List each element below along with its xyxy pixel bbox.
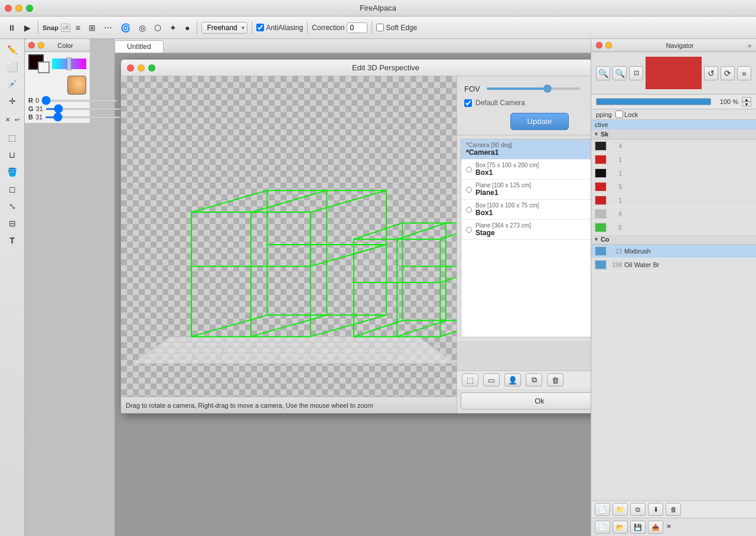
- move-tool-button[interactable]: ✛: [4, 93, 21, 109]
- add-cube-button[interactable]: ⬚: [462, 373, 478, 386]
- opacity-slider[interactable]: [596, 98, 711, 105]
- nav-close[interactable]: [596, 42, 602, 48]
- fill-tool-button[interactable]: 🪣: [4, 164, 21, 180]
- nav-expand[interactable]: »: [737, 66, 751, 80]
- delete-button[interactable]: 🗑: [547, 373, 563, 386]
- tool-dot-button[interactable]: ●: [182, 21, 193, 34]
- layer-oil[interactable]: 198 Oil Water Br: [591, 258, 756, 272]
- import-layer-button[interactable]: ⬇: [648, 503, 663, 516]
- select-tool-button[interactable]: ⬚: [4, 129, 21, 146]
- opacity-down[interactable]: ▼: [742, 102, 751, 106]
- b-slider[interactable]: [45, 116, 121, 118]
- fov-slider-thumb[interactable]: [543, 85, 552, 93]
- plane1-radio[interactable]: [466, 187, 472, 193]
- close-small-btn[interactable]: ✕: [4, 111, 12, 128]
- object-item-stage[interactable]: Plane [364 x 273 cm] Stage: [461, 220, 591, 240]
- color-gradient-bar[interactable]: [52, 59, 86, 69]
- freehand-select-wrapper[interactable]: Freehand: [201, 22, 247, 34]
- color-section-header[interactable]: ▼ Co: [591, 235, 756, 245]
- nav-rotate-left[interactable]: ↺: [704, 66, 718, 80]
- color-panel-traffic[interactable]: [28, 42, 44, 48]
- background-swatch[interactable]: [38, 61, 50, 73]
- object-item-box1[interactable]: Box [75 x 100 x 200 cm] Box1: [461, 160, 591, 180]
- tool-circle-button[interactable]: ◎: [136, 21, 149, 34]
- maximize-button[interactable]: [26, 5, 33, 12]
- eyedropper-button[interactable]: 💉: [4, 76, 21, 92]
- add-plane-button[interactable]: ▭: [483, 373, 500, 386]
- nav-minimize[interactable]: [605, 42, 612, 48]
- close-button[interactable]: [5, 5, 12, 12]
- tool-swirl-button[interactable]: 🌀: [118, 21, 133, 34]
- crop-tool-button[interactable]: ⊟: [4, 215, 21, 232]
- dialog-maximize-btn[interactable]: [148, 64, 155, 72]
- tool-lines-button[interactable]: ≡: [73, 21, 83, 34]
- tool-h-lines-button[interactable]: ⋯: [101, 21, 115, 34]
- layer-6-gray[interactable]: 6: [591, 207, 756, 221]
- add-camera-button[interactable]: 👤: [504, 373, 521, 386]
- tool-perspective-button[interactable]: ⬡: [151, 21, 164, 34]
- shape-tool-button[interactable]: ◻: [4, 181, 21, 197]
- eraser-tool-button[interactable]: ⬜: [4, 59, 21, 75]
- expand-icon[interactable]: »: [748, 42, 751, 49]
- object-item-box2[interactable]: Box [100 x 100 x 75 cm] Box1: [461, 200, 591, 220]
- new-layer-button[interactable]: 📄: [595, 503, 610, 516]
- bottom-export[interactable]: 📤: [648, 521, 663, 534]
- soft-edge-checkbox-label[interactable]: Soft Edge: [376, 24, 417, 32]
- tool-grid-button[interactable]: ⊞: [86, 21, 99, 34]
- more-btn[interactable]: »: [666, 521, 672, 534]
- dialog-close-btn[interactable]: [127, 64, 134, 72]
- sketch-section-header[interactable]: ▼ Sk: [591, 129, 756, 139]
- minimize-button[interactable]: [15, 5, 22, 12]
- bottom-open[interactable]: 📂: [612, 521, 628, 534]
- g-slider[interactable]: [45, 108, 122, 110]
- update-button[interactable]: Update: [510, 113, 569, 130]
- dialog-minimize-btn[interactable]: [138, 64, 145, 72]
- layer-4-black[interactable]: 4: [591, 139, 756, 153]
- bottom-save[interactable]: 💾: [630, 521, 646, 534]
- default-camera-checkbox[interactable]: [464, 99, 472, 107]
- layer-1-red[interactable]: 1: [591, 153, 756, 167]
- freehand-select[interactable]: Freehand: [201, 22, 247, 34]
- box2-radio[interactable]: [466, 207, 472, 213]
- zoom-out-button[interactable]: 🔍: [612, 66, 627, 80]
- nav-traffic[interactable]: [596, 42, 612, 48]
- ok-button[interactable]: Ok: [461, 392, 591, 410]
- duplicate-button[interactable]: ⧉: [526, 373, 542, 386]
- zoom-fit-button[interactable]: ⊡: [629, 66, 643, 80]
- layer-5-red[interactable]: 5: [591, 180, 756, 194]
- layer-mixbrush[interactable]: 13 Mixbrush: [591, 245, 756, 258]
- tool-cross-button[interactable]: ✦: [167, 21, 180, 34]
- object-item-camera[interactable]: *Camera [90 deg] *Camera1: [461, 139, 591, 160]
- gradient-thumb[interactable]: [67, 57, 71, 70]
- delete-layer-button[interactable]: 🗑: [666, 503, 681, 516]
- opacity-up[interactable]: ▲: [742, 97, 751, 102]
- text-tool-button[interactable]: T: [4, 232, 21, 249]
- lock-label[interactable]: Lock: [615, 111, 638, 118]
- fov-slider-container[interactable]: [487, 83, 581, 94]
- dialog-traffic-lights[interactable]: [127, 64, 155, 72]
- object-item-plane1[interactable]: Plane [100 x 125 cm] Plane1: [461, 180, 591, 200]
- transform-tool-button[interactable]: ⤡: [4, 198, 21, 215]
- anti-aliasing-checkbox[interactable]: [256, 24, 264, 31]
- lasso-tool-button[interactable]: ⊔: [4, 147, 21, 163]
- anti-aliasing-checkbox-label[interactable]: AntiAliasing: [256, 24, 303, 32]
- traffic-lights[interactable]: [5, 5, 33, 12]
- layer-s-green[interactable]: S: [591, 221, 756, 235]
- bottom-new-doc[interactable]: 📄: [595, 521, 610, 534]
- document-tab-untitled[interactable]: Untitled: [115, 40, 164, 53]
- undo-small-btn[interactable]: ↩: [13, 111, 21, 128]
- zoom-in-button[interactable]: 🔍: [596, 66, 610, 80]
- wireframe-viewport[interactable]: Drag to rotate a camera, Right-drag to m…: [121, 76, 457, 413]
- box1-radio[interactable]: [466, 167, 472, 173]
- r-slider[interactable]: [41, 100, 118, 102]
- nav-rotate-right[interactable]: ⟳: [721, 66, 735, 80]
- layer-1-red2[interactable]: 1: [591, 194, 756, 207]
- correction-input[interactable]: [347, 22, 367, 33]
- color-panel-minimize[interactable]: [38, 42, 44, 48]
- play-button[interactable]: ▶: [21, 21, 34, 34]
- sidebar-toggle-button[interactable]: ⏸: [5, 21, 19, 34]
- pen-tool-button[interactable]: ✏️: [4, 41, 21, 58]
- layer-1-black[interactable]: 1: [591, 167, 756, 180]
- duplicate-layer-button[interactable]: ⧉: [630, 503, 646, 516]
- lock-checkbox[interactable]: [615, 111, 623, 118]
